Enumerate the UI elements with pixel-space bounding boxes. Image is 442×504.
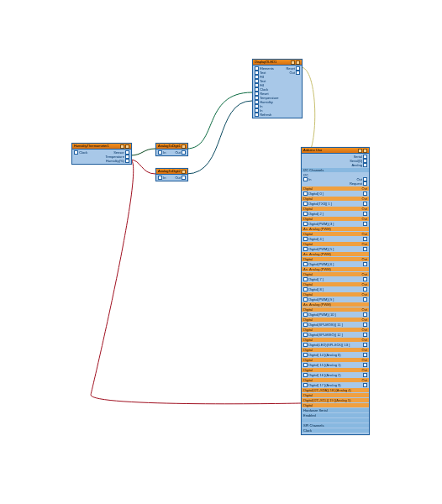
port-row[interactable]: Digital(PWM)[ 6 ]: [303, 262, 367, 266]
node-controls[interactable]: [291, 60, 300, 65]
input-pin[interactable]: [303, 192, 308, 196]
input-pin[interactable]: [303, 212, 308, 216]
port-row[interactable]: Digital[ 17 ](Analog 3): [303, 383, 367, 387]
output-pin[interactable]: [363, 383, 367, 387]
output-pin[interactable]: [182, 176, 186, 180]
input-pin[interactable]: [303, 287, 308, 291]
output-pin[interactable]: [363, 353, 367, 357]
output-pin[interactable]: [363, 297, 367, 302]
section-header: Enabled: [302, 413, 369, 417]
node-controls[interactable]: [182, 170, 186, 174]
node-controls[interactable]: [120, 144, 129, 149]
output-pin[interactable]: [125, 159, 129, 163]
section-header: Hardware Serial: [302, 408, 369, 412]
node-arduino-uno[interactable]: Arduino Uno Serial Serial[0] Analog I2C …: [301, 147, 370, 435]
input-pin[interactable]: [303, 177, 308, 181]
node-analog-to-digit-2[interactable]: AnalogToDigit2 InOut: [155, 168, 188, 181]
input-pin[interactable]: [303, 363, 308, 367]
input-pin[interactable]: [303, 222, 308, 226]
input-pin[interactable]: [74, 150, 78, 155]
output-pin[interactable]: [363, 192, 367, 196]
input-pin[interactable]: [303, 237, 308, 241]
port-row[interactable]: Digital(SPI-MISO)[ 12 ]: [303, 333, 367, 337]
output-pin[interactable]: [363, 202, 367, 206]
input-pin[interactable]: [303, 373, 308, 377]
port-row[interactable]: Humidity(%): [74, 159, 129, 163]
node-display-oled[interactable]: DisplayOLED1 ElementsReset TextOut Fill …: [252, 59, 303, 118]
node-humidity-thermometer[interactable]: HumidityThermometer1 ClockSensor Tempera…: [71, 143, 132, 165]
input-pin[interactable]: [303, 343, 308, 347]
input-pin[interactable]: [303, 277, 308, 281]
port-row[interactable]: Digital[ 4 ]: [303, 237, 367, 241]
input-pin[interactable]: [255, 113, 259, 117]
input-pin[interactable]: [303, 353, 308, 357]
output-pin[interactable]: [363, 373, 367, 377]
port-row[interactable]: Digital[ 2 ]: [303, 212, 367, 216]
output-pin[interactable]: [363, 333, 367, 337]
input-pin[interactable]: [158, 176, 162, 180]
node-controls[interactable]: [358, 149, 367, 153]
port-row[interactable]: Digital[ 16 ](Analog 2): [303, 373, 367, 377]
output-pin[interactable]: [363, 163, 367, 167]
port-row[interactable]: InOut: [158, 150, 186, 155]
section-header: Digital(I2C-SCL)[ 19 ](Analog 5): [302, 398, 369, 402]
input-pin[interactable]: [303, 312, 308, 317]
port-row[interactable]: Digital[ 15 ](Analog 1): [303, 363, 367, 367]
section-header: An. Analog (PWM): [302, 252, 369, 256]
section-label: Digital: [303, 403, 313, 407]
node-title[interactable]: AnalogToDigit1: [156, 144, 187, 150]
port-row[interactable]: Digital[ 8 ]: [303, 287, 367, 291]
port-row[interactable]: Digital(LED)(SPI-SCK)[ 13 ]: [303, 343, 367, 347]
port-row[interactable]: Digital[ 7 ]: [303, 277, 367, 281]
section-label: Digital(I2C-SDA)[ 18 ](Analog 4): [303, 388, 351, 392]
output-pin[interactable]: [296, 71, 300, 75]
node-title[interactable]: AnalogToDigit2: [156, 169, 187, 175]
output-pin[interactable]: [363, 212, 367, 216]
output-pin[interactable]: [363, 323, 367, 327]
port-label-right: [363, 323, 367, 327]
input-pin[interactable]: [158, 150, 162, 155]
port-label-left: Digital(SPI-MISO)[ 12 ]: [303, 333, 343, 337]
output-pin[interactable]: [363, 277, 367, 281]
port-row[interactable]: Digital(TX0)[ 1 ]: [303, 202, 367, 206]
node-title-text: Arduino Uno: [303, 148, 322, 153]
port-row[interactable]: Request: [303, 181, 367, 186]
output-pin[interactable]: [363, 343, 367, 347]
output-pin[interactable]: [182, 150, 186, 155]
port-row[interactable]: Digital(SPI-MOSI)[ 11 ]: [303, 323, 367, 327]
output-pin[interactable]: [363, 181, 367, 186]
port-row[interactable]: Digital(PWM)[ 10 ]: [303, 312, 367, 317]
node-title[interactable]: HumidityThermometer1: [72, 144, 131, 150]
port-row[interactable]: Refresh: [255, 113, 300, 117]
diagram-canvas[interactable]: { "nodes": { "humidity": { "title": "Hum…: [0, 0, 442, 504]
input-pin[interactable]: [303, 333, 308, 337]
input-pin[interactable]: [303, 297, 308, 302]
node-analog-to-digit-1[interactable]: AnalogToDigit1 InOut: [155, 143, 188, 156]
port-row[interactable]: Digital[ 14 ](Analog 0): [303, 353, 367, 357]
input-pin[interactable]: [303, 262, 308, 266]
port-label-right: Humidity(%): [106, 159, 129, 163]
node-title[interactable]: DisplayOLED1: [253, 60, 302, 66]
section-label: Digital: [303, 272, 313, 276]
port-row[interactable]: Digital(PWM)[ 5 ]: [303, 247, 367, 251]
port-row[interactable]: Digital(PWM)[ 9 ]: [303, 297, 367, 302]
port-row[interactable]: Digital[ 0 ]: [303, 192, 367, 196]
node-controls[interactable]: [182, 144, 186, 149]
output-pin[interactable]: [363, 222, 367, 226]
input-pin[interactable]: [303, 383, 308, 387]
output-pin[interactable]: [363, 363, 367, 367]
output-pin[interactable]: [363, 262, 367, 266]
output-pin[interactable]: [363, 287, 367, 291]
input-pin[interactable]: [303, 323, 308, 327]
output-pin[interactable]: [363, 237, 367, 241]
port-label-right: [363, 343, 367, 347]
output-pin[interactable]: [363, 247, 367, 251]
node-title[interactable]: Arduino Uno: [302, 148, 369, 154]
port-row[interactable]: InOut: [158, 176, 186, 180]
input-pin[interactable]: [303, 202, 308, 206]
port-row[interactable]: Digital(PWM)[ 3 ]: [303, 222, 367, 226]
node-body: ClockSensor Temperature Humidity(%): [72, 150, 131, 164]
port-row[interactable]: Analog: [303, 163, 367, 167]
output-pin[interactable]: [363, 312, 367, 317]
input-pin[interactable]: [303, 247, 308, 251]
